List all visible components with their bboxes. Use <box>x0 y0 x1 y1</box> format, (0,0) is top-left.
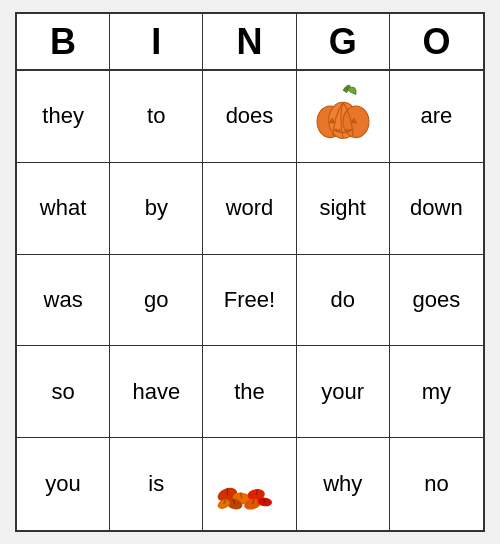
cell-r2-c0: was <box>17 255 110 347</box>
cell-r3-c2: the <box>203 346 296 438</box>
cell-r3-c4: my <box>390 346 483 438</box>
bingo-grid: theytodoes arewhatbywordsightdownwasgoFr… <box>17 71 483 530</box>
pumpkin-image <box>297 71 390 163</box>
cell-r2-c2: Free! <box>203 255 296 347</box>
header-letter: G <box>297 14 390 69</box>
header-letter: B <box>17 14 110 69</box>
cell-r3-c3: your <box>297 346 390 438</box>
header-letter: O <box>390 14 483 69</box>
cell-r4-c3: why <box>297 438 390 530</box>
header-letter: N <box>203 14 296 69</box>
cell-r1-c2: word <box>203 163 296 255</box>
cell-r0-c1: to <box>110 71 203 163</box>
bingo-card: BINGO theytodoes arewhatbywordsightdownw… <box>15 12 485 532</box>
cell-r2-c1: go <box>110 255 203 347</box>
cell-r4-c1: is <box>110 438 203 530</box>
cell-r0-c2: does <box>203 71 296 163</box>
cell-r3-c0: so <box>17 346 110 438</box>
cell-r1-c1: by <box>110 163 203 255</box>
cell-r2-c3: do <box>297 255 390 347</box>
cell-r4-c0: you <box>17 438 110 530</box>
cell-r3-c1: have <box>110 346 203 438</box>
cell-r4-c4: no <box>390 438 483 530</box>
bingo-header: BINGO <box>17 14 483 71</box>
cell-r1-c4: down <box>390 163 483 255</box>
cell-r0-c4: are <box>390 71 483 163</box>
cell-r0-c0: they <box>17 71 110 163</box>
cell-r2-c4: goes <box>390 255 483 347</box>
leaves-image <box>203 438 296 530</box>
cell-r1-c0: what <box>17 163 110 255</box>
cell-r1-c3: sight <box>297 163 390 255</box>
header-letter: I <box>110 14 203 69</box>
